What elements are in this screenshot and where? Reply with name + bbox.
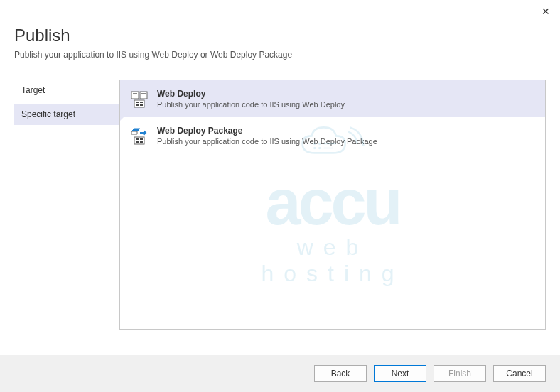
content-area: Target Specific target accu web hosting — [0, 65, 560, 330]
option-title: Web Deploy — [157, 89, 535, 99]
next-button[interactable]: Next — [374, 365, 426, 382]
svg-rect-17 — [136, 141, 139, 143]
cancel-button[interactable]: Cancel — [493, 365, 546, 382]
button-bar: Back Next Finish Cancel — [0, 355, 560, 392]
option-desc: Publish your application code to IIS usi… — [157, 137, 535, 146]
option-title: Web Deploy Package — [157, 126, 535, 136]
wizard-sidebar: Target Specific target — [14, 80, 119, 330]
svg-rect-14 — [140, 104, 143, 106]
page-subtitle: Publish your application to IIS using We… — [14, 50, 546, 60]
watermark-tagline: web hosting — [227, 234, 439, 287]
watermark-brand: accu — [227, 174, 439, 232]
option-text: Web Deploy Publish your application code… — [157, 89, 535, 109]
options-panel: accu web hosting Web Deploy P — [119, 80, 546, 330]
sidebar-item-target[interactable]: Target — [14, 80, 119, 101]
svg-rect-15 — [134, 137, 144, 144]
option-web-deploy-package[interactable]: Web Deploy Package Publish your applicat… — [120, 117, 545, 154]
option-desc: Publish your application code to IIS usi… — [157, 100, 535, 109]
web-deploy-icon — [130, 90, 149, 109]
sidebar-item-label: Target — [21, 85, 45, 95]
page-title: Publish — [14, 26, 546, 45]
finish-button: Finish — [434, 365, 486, 382]
svg-rect-10 — [134, 100, 144, 107]
svg-rect-12 — [136, 104, 139, 106]
back-button[interactable]: Back — [314, 365, 367, 382]
svg-rect-13 — [140, 102, 143, 103]
svg-rect-8 — [140, 92, 147, 99]
svg-rect-7 — [133, 93, 137, 94]
svg-rect-11 — [136, 102, 139, 103]
option-web-deploy[interactable]: Web Deploy Publish your application code… — [120, 80, 545, 117]
svg-rect-19 — [140, 141, 143, 143]
svg-rect-18 — [140, 138, 143, 140]
web-deploy-package-icon — [130, 127, 149, 146]
option-text: Web Deploy Package Publish your applicat… — [157, 126, 535, 146]
svg-rect-16 — [136, 138, 139, 140]
dialog-header: Publish Publish your application to IIS … — [0, 0, 560, 65]
close-button[interactable]: ✕ — [542, 6, 550, 17]
sidebar-item-specific-target[interactable]: Specific target — [14, 104, 119, 125]
sidebar-item-label: Specific target — [21, 109, 75, 119]
svg-rect-9 — [141, 93, 146, 94]
svg-rect-6 — [131, 92, 139, 99]
